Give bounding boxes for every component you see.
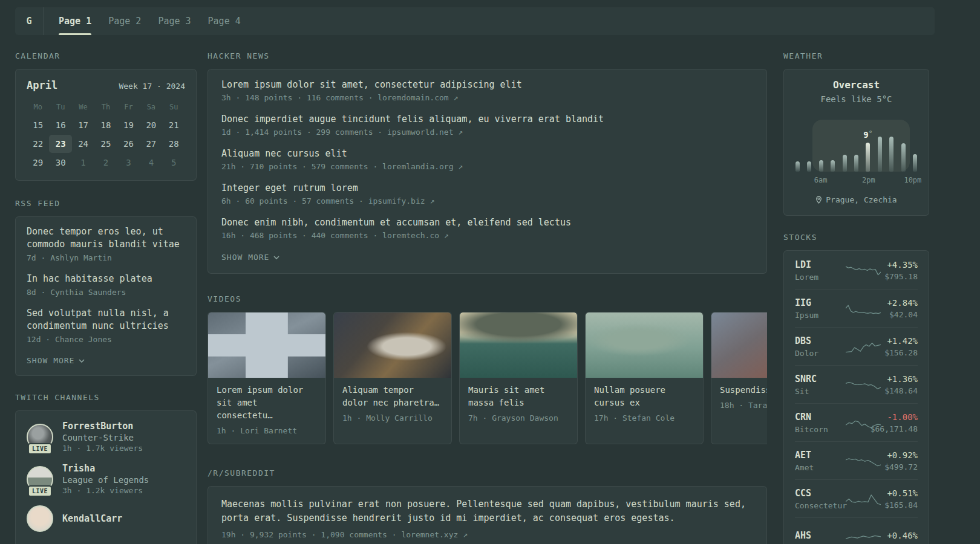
hn-item[interactable]: Integer eget rutrum lorem 6h · 60 points… (221, 182, 753, 206)
current-temperature-label: 9° (863, 129, 872, 140)
stock-symbol[interactable]: IIG (795, 297, 818, 308)
hn-domain-link[interactable]: loremdomain.com (377, 93, 448, 102)
hn-item-title[interactable]: Aliquam nec cursus elit (221, 147, 753, 160)
stock-sparkline (846, 491, 881, 507)
video-thumbnail[interactable] (711, 312, 767, 378)
stock-row[interactable]: CCS Consectetur +0.51% $165.84 (795, 479, 918, 517)
tab-page-1[interactable]: Page 1 (59, 7, 91, 35)
twitch-section: TWITCH CHANNELS LIVE ForrestBurton Count… (15, 393, 197, 544)
hn-domain-link[interactable]: loremlandia.org (382, 162, 453, 171)
channel-info: ForrestBurton Counter-Strike 1h · 1.7k v… (62, 421, 143, 453)
subreddit-header: /R/SUBREDDIT (207, 468, 767, 478)
hn-meta-text: 21h · 710 points · 579 comments · (221, 162, 382, 171)
stock-symbol[interactable]: DBS (795, 335, 818, 346)
stock-row[interactable]: IIG Ipsum +2.84% $42.04 (795, 289, 918, 327)
stock-row[interactable]: AHS +0.46% (795, 517, 918, 544)
stock-symbol[interactable]: AET (795, 450, 814, 461)
video-meta: 17h · Stefan Cole (594, 413, 694, 423)
video-title[interactable]: Mauris sit amet massa felis (468, 384, 569, 409)
stock-info: DBS Dolor (795, 335, 818, 358)
hn-item-meta: 6h · 60 points · 57 comments · ipsumify.… (221, 196, 753, 206)
hn-item-title[interactable]: Donec enim nibh, condimentum et accumsan… (221, 216, 753, 228)
rss-item-title[interactable]: Donec tempor eros leo, ut commodo mauris… (27, 225, 185, 251)
hn-item-title[interactable]: Integer eget rutrum lorem (221, 182, 753, 194)
video-thumbnail[interactable] (208, 312, 325, 378)
rss-show-more-button[interactable]: SHOW MORE (27, 356, 85, 365)
hn-item-meta: 21h · 710 points · 579 comments · loreml… (221, 161, 753, 172)
stock-sparkline (846, 529, 881, 544)
video-title[interactable]: Nullam posuere cursus ex (594, 384, 694, 409)
video-card[interactable]: Aliquam tempor dolor nec pharetra… 1h · … (333, 312, 452, 444)
hn-item[interactable]: Lorem ipsum dolor sit amet, consectetur … (221, 79, 753, 103)
video-card[interactable]: Mauris sit amet massa felis 7h · Grayson… (459, 312, 578, 444)
show-more-label: SHOW MORE (221, 253, 269, 262)
stock-name: Consectetur (795, 501, 847, 510)
stock-row[interactable]: LDI Lorem +4.35% $795.18 (795, 251, 918, 289)
video-title[interactable]: Aliquam tempor dolor nec pharetra… (342, 384, 443, 409)
subreddit-post-title[interactable]: Maecenas mollis pulvinar erat non posuer… (221, 497, 753, 525)
video-card[interactable]: Suspendisse diam 18h · Tara (711, 312, 767, 444)
tab-page-3[interactable]: Page 3 (158, 7, 191, 35)
hn-item-title[interactable]: Donec imperdiet augue tincidunt felis al… (221, 113, 753, 125)
weather-bar (843, 155, 847, 172)
video-thumbnail[interactable] (334, 312, 451, 378)
rss-item[interactable]: Donec tempor eros leo, ut commodo mauris… (27, 225, 185, 263)
stock-name: Ipsum (795, 311, 818, 320)
hn-item[interactable]: Donec imperdiet augue tincidunt felis al… (221, 113, 753, 137)
stock-symbol[interactable]: LDI (795, 259, 818, 270)
stock-change: -1.00% (871, 412, 918, 422)
stock-row[interactable]: AET Amet +0.92% $499.72 (795, 441, 918, 479)
hn-item[interactable]: Donec enim nibh, condimentum et accumsan… (221, 216, 753, 241)
video-card[interactable]: Nullam posuere cursus ex 17h · Stefan Co… (585, 312, 704, 444)
twitch-channel[interactable]: LIVE Trisha League of Legends 3h · 1.2k … (27, 463, 185, 495)
hn-domain-link[interactable]: loremtech.co (382, 231, 439, 240)
videos-carousel[interactable]: Lorem ipsum dolor sit amet consectetu… 1… (207, 312, 767, 444)
calendar-day: 22 (27, 135, 49, 153)
rss-item-title[interactable]: Sed volutpat nulla nisl, a condimentum n… (27, 307, 185, 332)
rss-item-title[interactable]: In hac habitasse platea (27, 273, 185, 285)
stock-symbol[interactable]: SNRC (795, 374, 817, 384)
video-title[interactable]: Suspendisse diam (720, 384, 767, 397)
weather-location[interactable]: Prague, Czechia (795, 195, 918, 204)
app-logo: G (15, 7, 44, 35)
weekday-label: Fr (117, 103, 140, 111)
calendar-section: CALENDAR April Week 17 · 2024 Mo Tu We T… (15, 51, 197, 181)
rss-item[interactable]: In hac habitasse platea 8d · Cynthia Sau… (27, 273, 185, 297)
channel-name[interactable]: Trisha (62, 463, 149, 474)
stock-row[interactable]: DBS Dolor +1.42% $156.28 (795, 327, 918, 365)
weather-card: Overcast Feels like 5°C 9° 6am 2pm 10pm (783, 69, 929, 216)
stock-name: Lorem (795, 272, 818, 281)
stocks-header: STOCKS (783, 233, 929, 242)
hn-meta-text: 16h · 468 points · 440 comments · (221, 231, 382, 240)
tab-page-2[interactable]: Page 2 (108, 7, 141, 35)
channel-name[interactable]: KendallCarr (62, 513, 122, 524)
stock-symbol[interactable]: AHS (795, 530, 811, 541)
twitch-channel[interactable]: LIVE ForrestBurton Counter-Strike 1h · 1… (27, 421, 185, 453)
hackernews-card: Lorem ipsum dolor sit amet, consectetur … (207, 69, 767, 274)
rss-item[interactable]: Sed volutpat nulla nisl, a condimentum n… (27, 307, 185, 345)
stock-name: Dolor (795, 349, 818, 358)
hn-domain-link[interactable]: ipsumify.biz (368, 196, 425, 206)
hn-domain-link[interactable]: ipsumworld.net (387, 128, 454, 137)
hn-item[interactable]: Aliquam nec cursus elit 21h · 710 points… (221, 147, 753, 172)
video-thumbnail[interactable] (586, 312, 703, 378)
stock-info: SNRC Sit (795, 374, 817, 396)
subreddit-domain-link[interactable]: loremnet.xyz (401, 530, 458, 539)
stock-row[interactable]: SNRC Sit +1.36% $148.64 (795, 365, 918, 403)
hn-item-title[interactable]: Lorem ipsum dolor sit amet, consectetur … (221, 79, 753, 91)
channel-name[interactable]: ForrestBurton (62, 421, 143, 432)
weekday-label: We (72, 103, 94, 111)
stock-symbol[interactable]: CCS (795, 488, 847, 499)
video-card[interactable]: Lorem ipsum dolor sit amet consectetu… 1… (207, 312, 326, 444)
external-link-icon: ↗ (458, 128, 463, 137)
twitch-channel[interactable]: KendallCarr (27, 505, 185, 532)
weather-header: WEATHER (783, 51, 929, 60)
stock-symbol[interactable]: CRN (795, 412, 828, 423)
rss-item-meta: 7d · Ashlyn Martin (27, 253, 185, 263)
stock-row[interactable]: CRN Bitcorn -1.00% $66,171.48 (795, 403, 918, 441)
tab-page-4[interactable]: Page 4 (208, 7, 241, 35)
video-title[interactable]: Lorem ipsum dolor sit amet consectetu… (217, 384, 317, 422)
video-thumbnail[interactable] (460, 312, 577, 378)
stock-sparkline (846, 262, 881, 278)
hn-show-more-button[interactable]: SHOW MORE (221, 253, 279, 262)
